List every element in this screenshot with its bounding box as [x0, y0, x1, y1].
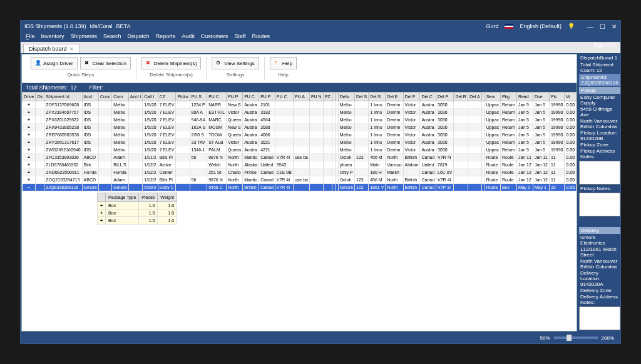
package-row[interactable]: +Box1.01.0 [98, 210, 177, 217]
col-header[interactable]: Del R [454, 93, 468, 101]
col-header[interactable]: Del S [369, 93, 386, 101]
col-header[interactable]: PU C [243, 93, 259, 101]
zoom-slider[interactable] [554, 336, 598, 339]
menu-file[interactable]: File [26, 33, 35, 41]
col-header[interactable]: Acct [82, 93, 98, 101]
lightbulb-icon[interactable]: 💡 [568, 23, 575, 29]
col-header[interactable]: Pkg [500, 93, 516, 101]
col-header[interactable]: Deliv [338, 93, 354, 101]
col-header[interactable]: Serv [485, 93, 500, 101]
col-header[interactable]: CZ [158, 93, 176, 101]
expand-icon[interactable]: + [23, 154, 36, 161]
menu-customers[interactable]: Customers [201, 33, 228, 41]
col-header[interactable]: PU C [207, 93, 227, 101]
menu-reports[interactable]: Reports [156, 33, 176, 41]
delivery-name: Gmore Electronics [579, 235, 620, 246]
table-row[interactable]: +ZRB7680583538IDSMelbo1/5/207 ELEV2/50 S… [23, 131, 577, 139]
expand-icon[interactable]: + [23, 146, 36, 154]
shipments-grid[interactable]: DriveOkShipment IdAcctConcComAcct ICall … [22, 92, 577, 331]
expand-icon[interactable]: + [23, 131, 36, 139]
expand-icon[interactable]: + [23, 109, 36, 116]
minimize-button[interactable]: — [587, 23, 593, 30]
col-header[interactable]: Acct I [128, 93, 143, 101]
col-header[interactable]: PU N [309, 93, 323, 101]
menu-staff[interactable]: Staff [234, 33, 245, 41]
delivery-addr-notes-box[interactable] [579, 306, 620, 330]
delivery-addr-notes-label: Delivery Address Notes: [579, 294, 620, 305]
menu-audit[interactable]: Audit [182, 33, 195, 41]
clear-icon: ✖ [85, 60, 91, 66]
pickup-name: Eddy Computer Supply [579, 94, 620, 106]
expand-icon[interactable]: − [23, 184, 36, 191]
expand-icon[interactable]: + [23, 101, 36, 109]
expand-icon[interactable]: + [23, 139, 36, 146]
col-header[interactable]: PU S [190, 93, 207, 101]
table-row[interactable]: +ZRA9433805238IDSMelbo1/5/207 ELEV162A S… [23, 124, 577, 131]
clear-selection-button[interactable]: ✖ Clear Selection [80, 57, 131, 69]
table-row[interactable]: +ZLD9788481952BirkBILL'S1/12/2ActiveWelc… [23, 161, 577, 169]
language[interactable]: English (Default) [520, 23, 562, 29]
app-subtitle1: Ids/Coral [90, 23, 113, 29]
expand-icon[interactable]: + [23, 116, 36, 124]
tab-close-icon[interactable]: ✕ [69, 46, 74, 52]
signout-link[interactable]: Sign Out [593, 42, 615, 48]
col-header[interactable]: Com [112, 93, 128, 101]
col-header[interactable]: Read [516, 93, 533, 101]
expand-icon[interactable]: + [23, 176, 36, 184]
help-button[interactable]: ? Help [270, 57, 297, 69]
col-header[interactable]: Del A [468, 93, 481, 101]
delivery-address: 112/1861 Welch Street [579, 246, 620, 258]
col-header[interactable]: Drive [23, 93, 36, 101]
col-header[interactable]: Pic [549, 93, 564, 101]
table-row[interactable]: +ZFC3353893036ABCDAdam1/11/2Bills Pl5698… [23, 154, 577, 161]
close-button[interactable]: ✕ [612, 23, 617, 30]
table-row[interactable]: +ZRY3951317617IDSMelbo1/5/207 ELEV33 TAV… [23, 139, 577, 146]
col-header[interactable]: Due [533, 93, 549, 101]
expand-icon[interactable]: + [23, 161, 36, 169]
table-row[interactable]: +ZWG2692160940IDSMelbo1/5/207 ELEV1346-1… [23, 146, 577, 154]
col-header[interactable]: Ok [36, 93, 44, 101]
package-row[interactable]: +Box1.01.0 [98, 217, 177, 225]
view-settings-button[interactable]: ⚙ View Settings [212, 57, 259, 69]
current-user: Gord [486, 23, 498, 29]
pickup-notes-box[interactable] [579, 193, 620, 216]
col-header[interactable]: PU C [275, 93, 293, 101]
package-row[interactable]: +Box1.01.0 [98, 202, 177, 210]
col-header[interactable]: Conc [98, 93, 111, 101]
col-header[interactable]: Picku [176, 93, 190, 101]
delete-shipments-button[interactable]: ✖ Delete Shipment(s) [141, 57, 201, 69]
zoom-min: 50% [540, 335, 550, 341]
tabstrip: Dispatch board ✕ [21, 42, 620, 53]
table-row[interactable]: +ZND0823500911HondaHonda1/12/2Center251 … [23, 169, 577, 176]
assign-driver-button[interactable]: 👤 Assign Driver [31, 57, 78, 69]
col-header[interactable]: PU P [259, 93, 275, 101]
expand-icon[interactable]: + [23, 124, 36, 131]
maximize-button[interactable]: ☐ [600, 23, 605, 30]
col-header[interactable]: Shipment Id [44, 93, 82, 101]
col-header[interactable]: Call I [143, 93, 158, 101]
col-header[interactable]: W [565, 93, 577, 101]
col-header[interactable]: Del F [403, 93, 420, 101]
col-header[interactable]: Del C [420, 93, 436, 101]
table-row[interactable]: +ZOQ2153284713ABCDAdam1/12/2Bills Pl5698… [23, 176, 577, 184]
col-header[interactable]: PU A [293, 93, 309, 101]
table-row[interactable]: +ZPX2384607767IDSMelbo1/5/207 ELEV80A AE… [23, 109, 577, 116]
delivery-header: Delivery [579, 227, 620, 234]
col-header[interactable]: Del S [355, 93, 369, 101]
table-row[interactable]: +ZPX6201029522IDSMelbo1/5/207 ELEV946-94… [23, 116, 577, 124]
menu-routes[interactable]: Routes [252, 33, 270, 41]
delivery-zone-label: Delivery Zone: [579, 288, 620, 293]
col-header[interactable]: PU P [227, 93, 243, 101]
col-header[interactable]: PZ [323, 93, 332, 101]
menu-search[interactable]: Search [103, 33, 121, 41]
table-row[interactable]: −ZJQ8338366116GmoreGmore5/19/2Eddy C5458… [23, 184, 577, 191]
tab-dispatch-board[interactable]: Dispatch board ✕ [23, 44, 79, 53]
expand-icon[interactable]: + [23, 169, 36, 176]
menu-inventory[interactable]: Inventory [41, 33, 64, 41]
menu-dispatch[interactable]: Dispatch [128, 33, 150, 41]
menu-shipments[interactable]: Shipments [71, 33, 98, 41]
col-header[interactable]: Del E [386, 93, 403, 101]
col-header[interactable]: Del P [436, 93, 454, 101]
table-row[interactable]: +ZOF3137069608IDSMelbo1/5/207 ELEV1234 P… [23, 101, 577, 109]
pickup-addr-notes-box[interactable] [579, 161, 620, 185]
